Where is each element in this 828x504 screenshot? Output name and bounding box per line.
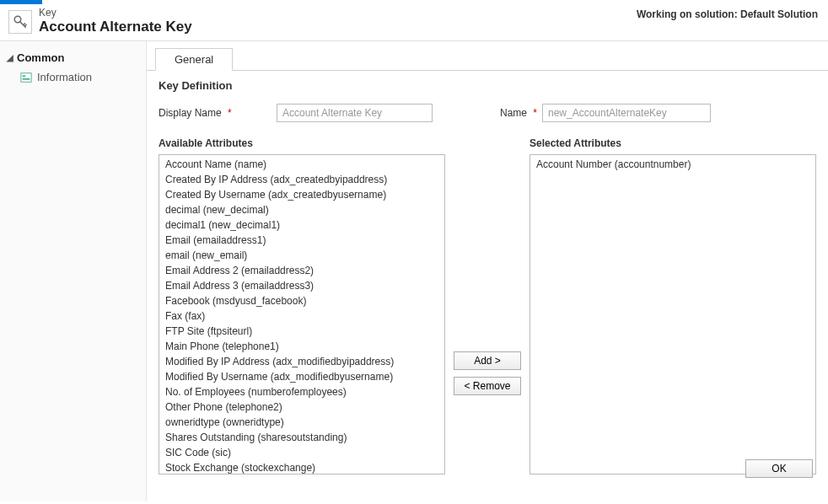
- sidebar-item-information[interactable]: Information: [0, 67, 146, 87]
- svg-rect-2: [23, 75, 26, 77]
- ok-button[interactable]: OK: [745, 459, 813, 478]
- entity-type: Key: [39, 7, 192, 19]
- page-header: Key Account Alternate Key Working on sol…: [0, 0, 828, 41]
- list-item[interactable]: Account Name (name): [161, 157, 443, 172]
- selected-attributes-list[interactable]: Account Number (accountnumber): [530, 154, 816, 475]
- nav-sidebar: ◢ Common Information: [0, 41, 147, 501]
- list-item[interactable]: Account Number (accountnumber): [532, 157, 814, 172]
- list-item[interactable]: Main Phone (telephone1): [161, 339, 443, 354]
- remove-button[interactable]: < Remove: [454, 377, 521, 395]
- name-input[interactable]: new_AccountAlternateKey: [542, 104, 711, 122]
- page-title: Account Alternate Key: [39, 19, 192, 35]
- list-item[interactable]: Email (emailaddress1): [161, 233, 443, 248]
- sidebar-item-label: Information: [37, 71, 92, 83]
- tabs: General: [155, 48, 828, 71]
- name-label: Name *: [500, 107, 542, 119]
- list-item[interactable]: SIC Code (sic): [161, 445, 443, 460]
- list-item[interactable]: No. of Employees (numberofemployees): [161, 384, 443, 399]
- selected-label: Selected Attributes: [530, 137, 816, 149]
- list-item[interactable]: Other Phone (telephone2): [161, 399, 443, 415]
- form-icon: [20, 72, 32, 83]
- list-item[interactable]: Modified By Username (adx_modifiedbyuser…: [161, 369, 443, 384]
- svg-rect-3: [23, 78, 30, 79]
- list-item[interactable]: FTP Site (ftpsiteurl): [161, 324, 443, 339]
- list-item[interactable]: Modified By IP Address (adx_modifiedbyip…: [161, 354, 443, 369]
- sidebar-node-common[interactable]: ◢ Common: [0, 48, 146, 67]
- add-button[interactable]: Add >: [454, 351, 521, 370]
- display-name-input[interactable]: Account Alternate Key: [277, 104, 433, 122]
- list-item[interactable]: decimal1 (new_decimal1): [161, 217, 443, 233]
- list-item[interactable]: Email Address 3 (emailaddress3): [161, 278, 443, 293]
- key-icon: [8, 10, 32, 34]
- list-item[interactable]: Created By Username (adx_createdbyuserna…: [161, 187, 443, 202]
- display-name-label: Display Name *: [159, 107, 277, 119]
- sidebar-root-label: Common: [17, 51, 64, 64]
- svg-rect-1: [21, 72, 31, 82]
- list-item[interactable]: Stock Exchange (stockexchange): [161, 460, 443, 475]
- list-item[interactable]: Shares Outstanding (sharesoutstanding): [161, 430, 443, 445]
- list-item[interactable]: Fax (fax): [161, 308, 443, 324]
- available-attributes-list[interactable]: Account Name (name)Created By IP Address…: [159, 154, 445, 475]
- list-item[interactable]: Facebook (msdyusd_facebook): [161, 293, 443, 308]
- caret-down-icon: ◢: [7, 53, 15, 62]
- list-item[interactable]: Created By IP Address (adx_createdbyipad…: [161, 172, 443, 187]
- section-title: Key Definition: [159, 79, 816, 92]
- list-item[interactable]: Email Address 2 (emailaddress2): [161, 263, 443, 278]
- list-item[interactable]: decimal (new_decimal): [161, 202, 443, 217]
- list-item[interactable]: email (new_email): [161, 248, 443, 263]
- list-item[interactable]: owneridtype (owneridtype): [161, 415, 443, 430]
- available-label: Available Attributes: [159, 137, 445, 149]
- tab-general[interactable]: General: [155, 48, 233, 71]
- solution-info: Working on solution: Default Solution: [637, 8, 818, 20]
